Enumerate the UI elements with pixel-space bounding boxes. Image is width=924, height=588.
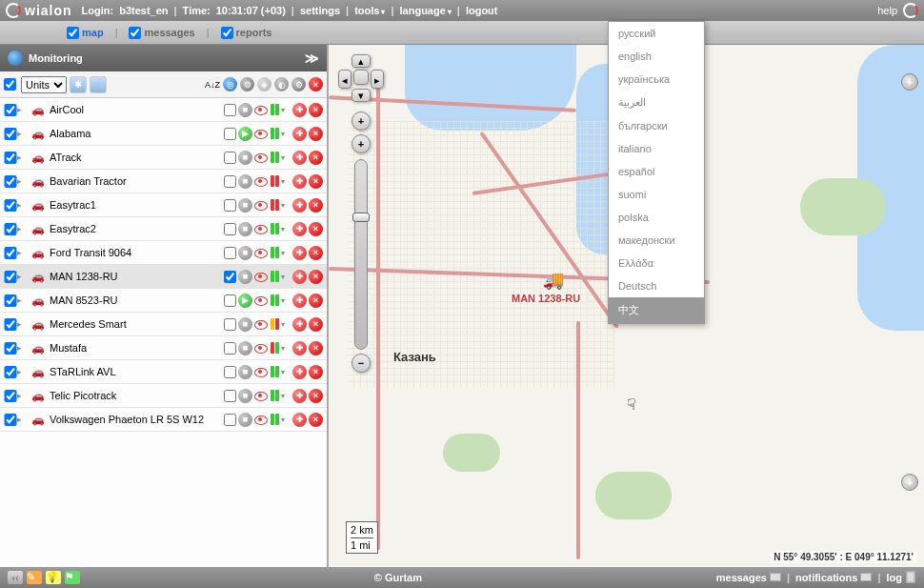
unit-checkbox[interactable] [4,342,17,355]
expand-arrow-icon[interactable]: ▸ [17,367,29,376]
action-add-icon[interactable]: ✚ [292,365,307,379]
visible-checkbox[interactable] [224,175,236,188]
unit-row[interactable]: ▸🚗Telic Picotrack■▾✚× [0,384,327,408]
tab-map[interactable]: map [67,27,104,39]
action-remove-icon[interactable]: × [309,365,323,379]
unit-row[interactable]: ▸🚗AirCool■▾✚× [0,98,327,122]
track-icon[interactable] [254,151,269,165]
status-icon[interactable]: ■ [238,151,252,165]
action-add-icon[interactable]: ✚ [292,222,307,236]
filter-star-button[interactable]: ✱ [70,76,87,93]
unit-row[interactable]: ▸🚗Ford Transit 9064■▾✚× [0,241,327,265]
expand-arrow-icon[interactable]: ▸ [17,391,29,400]
expand-arrow-icon[interactable]: ▸ [17,200,29,210]
action-remove-icon[interactable]: × [309,270,323,284]
chevron-down-icon[interactable]: ▾ [281,320,291,329]
unit-row[interactable]: ▸🚗Bavarian Tractor■▾✚× [0,170,327,193]
sb-pin-icon[interactable]: ⚑ [65,571,80,584]
status-icon[interactable]: ■ [238,270,252,284]
chevron-down-icon[interactable]: ▾ [281,344,291,353]
action-add-icon[interactable]: ✚ [292,341,307,355]
track-icon[interactable] [254,294,269,308]
chevron-down-icon[interactable]: ▾ [281,392,291,400]
language-item[interactable]: italiano [609,137,704,160]
language-link[interactable]: language▾ [400,5,452,16]
zoom-handle[interactable] [352,213,370,222]
track-icon[interactable] [254,222,269,236]
chevron-down-icon[interactable]: ▾ [281,201,291,210]
expand-arrow-icon[interactable]: ▸ [17,319,29,329]
action-add-icon[interactable]: ✚ [292,294,307,308]
zoom-out-button[interactable]: − [352,354,371,373]
action-remove-icon[interactable]: × [309,151,323,165]
track-icon[interactable] [254,246,269,260]
unit-row[interactable]: ▸🚗Volkswagen Phaeton LR 5S W12■▾✚× [0,408,327,432]
expand-arrow-icon[interactable]: ▸ [17,224,29,233]
unit-checkbox[interactable] [4,366,17,378]
unit-row[interactable]: ▸🚗STaRLink AVL■▾✚× [0,360,327,384]
status-icon[interactable]: ▶ [238,127,252,141]
unit-checkbox[interactable] [4,128,17,140]
track-icon[interactable] [254,317,269,332]
unit-row[interactable]: ▸🚗Easytrac1■▾✚× [0,193,327,217]
expand-arrow-icon[interactable]: ▸ [17,105,29,114]
expand-arrow-icon[interactable]: ▸ [17,343,29,353]
action-add-icon[interactable]: ✚ [292,174,307,189]
visible-checkbox[interactable] [224,152,236,164]
expand-arrow-icon[interactable]: ▸ [17,295,29,305]
truck-icon[interactable]: 🚚 [543,270,564,291]
chevron-down-icon[interactable]: ▾ [281,296,291,305]
expand-arrow-icon[interactable]: ▸ [17,415,29,424]
unit-checkbox[interactable] [4,175,17,188]
action-remove-icon[interactable]: × [309,341,323,355]
track-icon[interactable] [254,270,269,284]
status-icon[interactable]: ■ [238,389,252,403]
language-item[interactable]: español [609,160,704,183]
map-add-top-button[interactable]: + [901,73,918,91]
signal-icon[interactable]: ◈ [257,77,271,91]
track-icon[interactable] [254,127,269,141]
visible-checkbox[interactable] [224,247,236,259]
logout-link[interactable]: logout [466,5,498,16]
unit-checkbox[interactable] [4,414,17,426]
tab-messages[interactable]: messages [129,27,194,39]
status-icon[interactable]: ■ [238,222,252,236]
visible-checkbox[interactable] [224,199,236,212]
unit-row[interactable]: ▸🚗MAN 1238-RU■▾✚× [0,265,327,289]
unit-checkbox[interactable] [4,199,17,212]
action-remove-icon[interactable]: × [309,103,323,117]
language-item[interactable]: 中文 [609,297,704,323]
unit-checkbox[interactable] [4,152,17,164]
pan-right-button[interactable]: ▸ [371,70,384,89]
unit-checkbox[interactable] [4,390,17,402]
unit-checkbox[interactable] [4,318,17,331]
visible-checkbox[interactable] [224,271,236,283]
visible-checkbox[interactable] [224,390,236,402]
language-item[interactable]: українська [609,68,704,91]
visible-checkbox[interactable] [224,294,236,307]
language-item[interactable]: Deutsch [609,274,704,297]
language-item[interactable]: македонски [609,229,704,252]
unit-row[interactable]: ▸🚗ATrack■▾✚× [0,146,327,170]
track-icon[interactable] [254,365,269,379]
unit-checkbox[interactable] [4,104,17,116]
pan-left-button[interactable]: ◂ [338,70,352,89]
action-remove-icon[interactable]: × [309,246,323,260]
zoom-in-button[interactable]: + [352,112,371,131]
chevron-down-icon[interactable]: ▾ [281,273,291,281]
action-remove-icon[interactable]: × [309,294,323,308]
visible-checkbox[interactable] [224,223,236,235]
status-icon[interactable]: ■ [238,198,252,213]
track-icon[interactable] [254,198,269,213]
action-add-icon[interactable]: ✚ [292,103,307,117]
language-item[interactable]: polska [609,206,704,229]
action-add-icon[interactable]: ✚ [292,317,307,332]
unit-row[interactable]: ▸🚗Easytrac2■▾✚× [0,217,327,241]
unit-checkbox[interactable] [4,223,17,235]
status-icon[interactable]: ■ [238,317,252,332]
pan-up-button[interactable]: ▴ [352,54,371,68]
unit-checkbox[interactable] [4,247,17,259]
sb-messages-link[interactable]: messages [716,572,781,583]
expand-arrow-icon[interactable]: ▸ [17,176,29,186]
action-add-icon[interactable]: ✚ [292,246,307,260]
